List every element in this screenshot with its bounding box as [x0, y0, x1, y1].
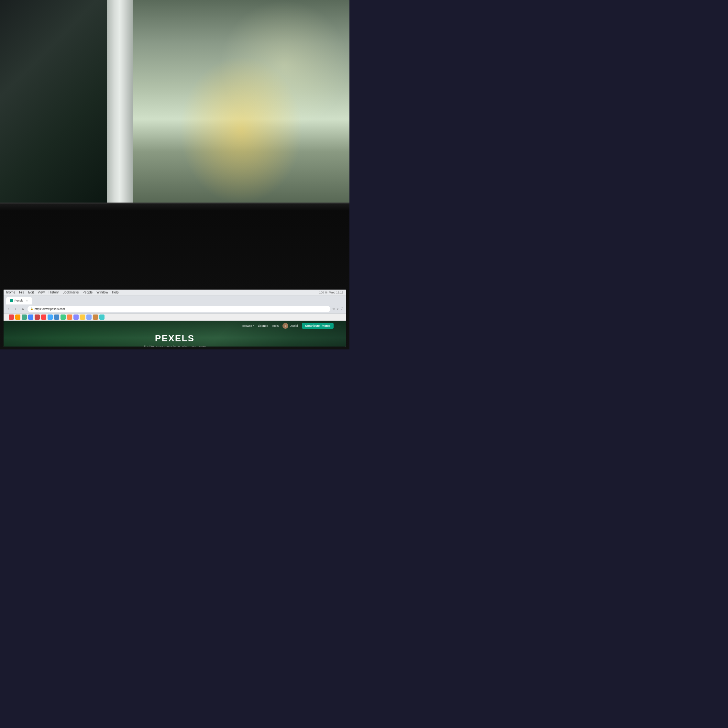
concrete-column [107, 0, 133, 217]
extensions-icon[interactable]: ◁ [336, 307, 339, 310]
ext-red1[interactable] [35, 315, 40, 320]
profile-icon[interactable]: ♡ [340, 307, 343, 310]
user-avatar: D [283, 323, 288, 329]
menu-bookmarks[interactable]: Bookmarks [63, 291, 79, 294]
ext-youtube[interactable] [41, 315, 46, 320]
pexels-website: Browse ▾ License Tools D Daniel Contribu… [3, 321, 346, 347]
star-icon[interactable]: ☆ [332, 307, 335, 310]
ext-orange1[interactable] [67, 315, 72, 320]
ext-blue1[interactable] [47, 315, 53, 320]
menu-history[interactable]: History [49, 291, 58, 294]
ext-purple1[interactable] [73, 315, 79, 320]
url-text: https://www.pexels.com [35, 307, 65, 310]
browser-chrome: hrome File Edit View History Bookmarks P… [3, 290, 346, 321]
ext-brown1[interactable] [93, 315, 98, 320]
tools-nav-link[interactable]: Tools [272, 324, 278, 327]
ext-calendar[interactable] [22, 315, 27, 320]
hero-section: Browse ▾ License Tools D Daniel Contribu… [3, 321, 346, 347]
hero-tagline: Best free stock photos in one place. Lea… [144, 345, 205, 347]
secure-icon: 🔒 [30, 307, 33, 310]
menu-bar-right: 100 % Wed 16:15 [319, 291, 343, 294]
menu-chrome[interactable]: hrome [6, 291, 15, 294]
menu-people[interactable]: People [83, 291, 93, 294]
user-name: Daniel [290, 324, 298, 327]
menu-edit[interactable]: Edit [28, 291, 34, 294]
tab-title: Pexels [15, 299, 23, 302]
user-menu[interactable]: D Daniel [283, 323, 298, 329]
ext-gmail[interactable] [9, 315, 14, 320]
screen-content: hrome File Edit View History Bookmarks P… [3, 290, 346, 347]
menu-bar: hrome File Edit View History Bookmarks P… [3, 290, 346, 295]
contribute-photos-button[interactable]: Contribute Photos [302, 323, 334, 329]
reload-button[interactable]: ↻ [20, 306, 26, 312]
pexels-logo: PEXELS [155, 333, 194, 344]
monitor-bezel: hrome File Edit View History Bookmarks P… [0, 203, 349, 349]
menu-window[interactable]: Window [96, 291, 108, 294]
browse-chevron-icon: ▾ [253, 324, 254, 327]
clock: Wed 16:15 [329, 291, 343, 294]
tab-favicon [10, 299, 13, 302]
hero-content: PEXELS Best free stock photos in one pla… [144, 333, 205, 347]
ext-todo[interactable] [28, 315, 33, 320]
menu-help[interactable]: Help [112, 291, 119, 294]
browser-tab-pexels[interactable]: Pexels ✕ [6, 297, 32, 304]
more-options-icon[interactable]: ··· [338, 324, 341, 328]
office-interior [133, 0, 349, 217]
back-button[interactable]: ‹ [6, 306, 11, 312]
pexels-navbar: Browse ▾ License Tools D Daniel Contribu… [3, 321, 346, 331]
menu-file[interactable]: File [19, 291, 24, 294]
menu-view[interactable]: View [38, 291, 45, 294]
tab-bar: Pexels ✕ [3, 295, 346, 304]
license-nav-link[interactable]: License [258, 324, 268, 327]
ext-teal1[interactable] [99, 315, 104, 320]
zoom-level: 100 % [319, 291, 327, 294]
ext-green1[interactable] [61, 315, 66, 320]
extensions-toolbar [3, 314, 346, 321]
tab-close-button[interactable]: ✕ [26, 299, 28, 302]
ext-drive[interactable] [15, 315, 20, 320]
address-bar: ‹ › ↻ 🔒 https://www.pexels.com ☆ ◁ ♡ [3, 304, 346, 314]
bookmark-icons: ☆ ◁ ♡ [332, 307, 343, 310]
forward-button[interactable]: › [13, 306, 18, 312]
learn-more-link[interactable]: Learn more [191, 345, 206, 347]
ext-notion[interactable] [54, 315, 59, 320]
ext-yellow1[interactable] [80, 315, 85, 320]
url-bar[interactable]: 🔒 https://www.pexels.com [28, 306, 330, 312]
dark-left-area [0, 0, 107, 217]
ext-lightblue1[interactable] [86, 315, 92, 320]
browse-nav-link[interactable]: Browse ▾ [242, 324, 254, 327]
